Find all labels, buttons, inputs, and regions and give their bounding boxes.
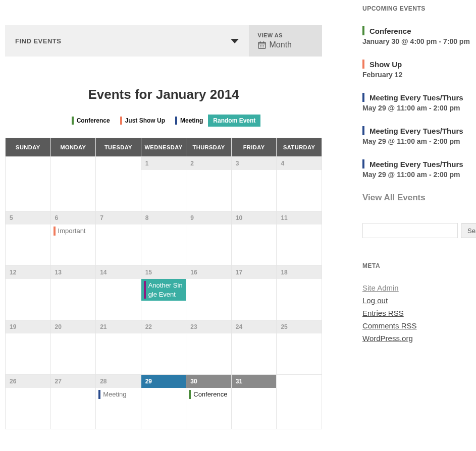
upcoming-event-date: January 30 @ 4:00 pm - 7:00 pm [362, 37, 471, 45]
event-meeting[interactable]: Meeting [96, 388, 141, 401]
view-as-value: Month [270, 40, 292, 49]
upcoming-event[interactable]: Meeting Every Tues/Thurs May 29 @ 11:00 … [362, 126, 471, 145]
calendar-cell[interactable]: 3 [231, 157, 277, 211]
upcoming-event[interactable]: Conference January 30 @ 4:00 pm - 7:00 p… [362, 26, 471, 45]
calendar-cell[interactable]: 1 [141, 157, 186, 211]
calendar-cell[interactable]: 23 [186, 320, 232, 375]
meta-link-logout[interactable]: Log out [362, 296, 471, 305]
calendar-cell-today[interactable]: 29 [141, 375, 186, 429]
meta-link-comments-rss[interactable]: Comments RSS [362, 321, 471, 330]
legend-meeting[interactable]: Meeting [170, 115, 208, 127]
meta-link-wordpress-org[interactable]: WordPress.org [362, 334, 471, 343]
find-events-label: FIND EVENTS [15, 37, 61, 45]
event-bar-icon [144, 281, 146, 299]
event-bar-icon [362, 126, 364, 135]
upcoming-event[interactable]: Meeting Every Tues/Thurs May 29 @ 11:00 … [362, 159, 471, 179]
svg-point-7 [260, 46, 261, 47]
legend-label: Random Event [213, 117, 255, 124]
calendar-cell[interactable]: 22 [141, 320, 186, 375]
calendar-cell[interactable]: 7 [96, 211, 141, 266]
day-header-wed: WEDNESDAY [141, 138, 186, 157]
day-number: 17 [236, 269, 242, 276]
day-number: 4 [281, 160, 284, 167]
day-number: 31 [236, 378, 242, 385]
svg-point-5 [261, 45, 262, 46]
upcoming-event-title: Conference [369, 27, 411, 35]
legend-random-event[interactable]: Random Event [208, 115, 260, 127]
calendar-cell[interactable]: 24 [231, 320, 277, 375]
event-bar-icon [362, 159, 364, 168]
calendar-cell[interactable]: 5 [6, 211, 51, 266]
calendar-cell[interactable]: 25 [277, 320, 322, 375]
legend-conference[interactable]: Conference [67, 115, 115, 127]
day-number: 6 [55, 214, 59, 221]
calendar-cell[interactable]: 20 [50, 320, 96, 375]
find-events-toggle[interactable]: FIND EVENTS [5, 25, 249, 57]
calendar-cell[interactable]: 26 [6, 375, 51, 429]
chevron-down-icon [231, 39, 239, 43]
calendar-cell[interactable]: 4 [277, 157, 322, 211]
calendar-cell[interactable]: 6 Important [50, 211, 96, 266]
event-label: Meeting [103, 390, 126, 399]
svg-point-9 [263, 46, 264, 47]
upcoming-event-title: Show Up [369, 60, 402, 69]
upcoming-event-date: May 29 @ 11:00 am - 2:00 pm [362, 137, 471, 145]
calendar-cell[interactable]: 16 [186, 266, 232, 320]
day-number: 25 [281, 323, 287, 330]
calendar-cell[interactable]: 14 [96, 266, 141, 320]
calendar-cell[interactable]: 21 [96, 320, 141, 375]
event-conference[interactable]: Conference [186, 388, 231, 401]
event-another-single[interactable]: Another Single Event [141, 279, 186, 301]
calendar-cell[interactable]: 9 [186, 211, 232, 266]
day-number: 21 [100, 323, 107, 330]
search-input[interactable] [362, 223, 458, 238]
calendar-cell[interactable]: 8 [141, 211, 186, 266]
day-number: 28 [100, 378, 107, 385]
day-number: 10 [236, 214, 242, 221]
day-number: 27 [55, 378, 62, 385]
calendar-cell[interactable]: 31 [231, 375, 277, 429]
page-title: Events for January 2014 [5, 87, 322, 102]
legend-label: Conference [77, 117, 110, 124]
view-as-label: VIEW AS [258, 32, 292, 38]
calendar-grid: SUNDAY MONDAY TUESDAY WEDNESDAY THURSDAY… [5, 138, 322, 429]
calendar-cell[interactable]: 18 [277, 266, 322, 320]
upcoming-event[interactable]: Show Up February 12 [362, 60, 471, 79]
calendar-cell[interactable]: 13 [50, 266, 96, 320]
upcoming-event-date: May 29 @ 11:00 am - 2:00 pm [362, 104, 471, 112]
calendar-cell[interactable]: 15 Another Single Event [141, 266, 186, 320]
calendar-cell-blank [6, 157, 51, 211]
event-label: Important [58, 227, 86, 236]
meta-link-entries-rss[interactable]: Entries RSS [362, 309, 471, 317]
calendar-icon [258, 41, 266, 49]
upcoming-event[interactable]: Meeting Every Tues/Thurs May 29 @ 11:00 … [362, 93, 471, 112]
event-bar-icon [362, 26, 364, 35]
calendar-cell[interactable]: 11 [277, 211, 322, 266]
view-all-events-link[interactable]: View All Events [362, 193, 471, 203]
day-number: 11 [281, 214, 287, 221]
day-number: 15 [145, 269, 152, 276]
calendar-cell[interactable]: 27 [50, 375, 96, 429]
event-bar-icon [54, 227, 56, 236]
event-important[interactable]: Important [51, 224, 96, 238]
calendar-cell[interactable]: 12 [6, 266, 51, 320]
calendar-cell[interactable]: 19 [6, 320, 51, 375]
upcoming-event-title: Meeting Every Tues/Thurs [369, 160, 463, 168]
legend-label: Just Show Up [125, 117, 165, 124]
upcoming-event-date: February 12 [362, 71, 471, 79]
calendar-cell[interactable]: 10 [231, 211, 277, 266]
meta-link-site-admin[interactable]: Site Admin [362, 284, 471, 292]
legend-bar-icon [175, 117, 177, 125]
event-label: Conference [193, 390, 227, 399]
day-number: 29 [145, 378, 152, 385]
search-button[interactable]: Search [461, 223, 476, 238]
calendar-cell[interactable]: 30 Conference [186, 375, 232, 429]
day-number: 22 [145, 323, 152, 330]
calendar-cell[interactable]: 17 [231, 266, 277, 320]
event-legend: Conference Just Show Up Meeting Random E… [5, 115, 322, 127]
view-as-select[interactable]: VIEW AS Month [249, 25, 322, 57]
calendar-cell[interactable]: 2 [186, 157, 232, 211]
calendar-cell[interactable]: 28 Meeting [96, 375, 141, 429]
day-number: 24 [236, 323, 242, 330]
legend-just-show-up[interactable]: Just Show Up [115, 115, 170, 127]
